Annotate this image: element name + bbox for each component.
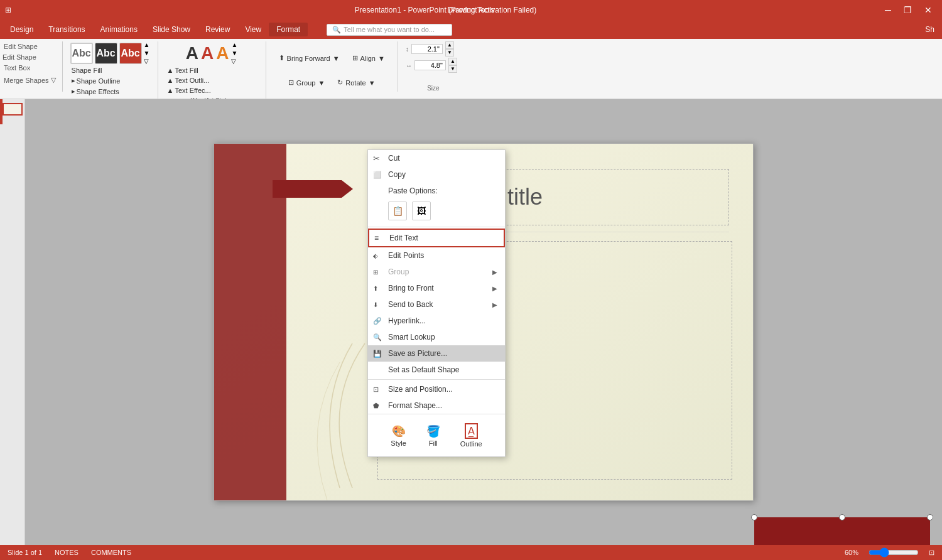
size-position-icon: ⊡: [373, 385, 379, 394]
restore-button[interactable]: ❐: [899, 4, 917, 16]
ctx-edit-points[interactable]: ⬖ Edit Points: [368, 247, 505, 264]
width-up[interactable]: ▲: [448, 58, 457, 65]
wordart-expand[interactable]: ▽: [231, 58, 237, 65]
ctx-bring-front[interactable]: ⬆ Bring to Front ▶: [368, 280, 505, 296]
fit-btn[interactable]: ⊡: [929, 549, 934, 557]
group-btn[interactable]: ⊡ Group ▼: [283, 76, 330, 89]
shape-fill-btn[interactable]: Shape Fill: [70, 66, 150, 75]
ctx-format-shape-label: Format Shape...: [388, 401, 442, 410]
height-down[interactable]: ▼: [445, 49, 454, 57]
width-input[interactable]: 4.8": [414, 60, 446, 70]
rotate-icon: ↻: [337, 78, 343, 87]
menu-view[interactable]: View: [237, 23, 269, 36]
notes-btn[interactable]: NOTES: [55, 549, 78, 556]
comments-btn[interactable]: COMMENTS: [91, 549, 131, 556]
size-label: Size: [427, 82, 439, 92]
tell-me-placeholder: Tell me what you want to do...: [344, 26, 435, 33]
menu-animations[interactable]: Animations: [93, 23, 145, 36]
bring-forward-btn[interactable]: ⬆ Bring Forward ▼: [274, 51, 345, 65]
close-button[interactable]: ✕: [919, 4, 937, 16]
shape-style-expand[interactable]: ▽: [144, 58, 150, 65]
shape-style-up[interactable]: ▲: [144, 41, 150, 48]
slide-red-rect[interactable]: [754, 517, 930, 545]
text-outline-btn[interactable]: ▲ Text Outli...: [166, 76, 258, 85]
ctx-sep-1: [368, 227, 505, 227]
ctx-style-btn[interactable]: 🎨 Style: [382, 421, 414, 451]
rotate-btn[interactable]: ↻ Rotate ▼: [332, 76, 380, 89]
slide-thumbnail-1[interactable]: [3, 103, 23, 116]
ctx-edit-points-label: Edit Points: [388, 251, 424, 260]
ctx-save-picture[interactable]: 💾 Save as Picture...: [368, 345, 505, 362]
status-bar: Slide 1 of 1 NOTES COMMENTS 60% ⊡: [0, 545, 942, 560]
ctx-hyperlink-label: Hyperlink...: [388, 316, 426, 325]
ctx-cut[interactable]: ✂ Cut: [368, 150, 505, 166]
wordart-a1[interactable]: A: [186, 43, 198, 63]
merge-shapes-btn[interactable]: Merge Shapes▽: [3, 75, 57, 85]
ctx-size-position-label: Size and Position...: [388, 385, 453, 394]
user-label[interactable]: Sh: [925, 25, 939, 34]
ctx-copy[interactable]: ⬜ Copy: [368, 166, 505, 183]
bring-front-icon: ⬆: [373, 285, 378, 292]
menu-slideshow[interactable]: Slide Show: [145, 23, 198, 36]
shape-style-1[interactable]: Abc: [70, 43, 93, 64]
handle-tr[interactable]: [927, 514, 933, 520]
width-down[interactable]: ▼: [448, 65, 457, 73]
ctx-send-back[interactable]: ⬇ Send to Back ▶: [368, 296, 505, 313]
ctx-set-default[interactable]: Set as Default Shape: [368, 362, 505, 378]
tell-me-bar[interactable]: 🔍 Tell me what you want to do...: [327, 24, 452, 36]
bring-forward-dropdown[interactable]: ▼: [333, 55, 340, 62]
slide-panel: [0, 99, 25, 545]
height-input[interactable]: 2.1": [411, 44, 443, 54]
ribbon-group-shape-styles: Abc Abc Abc ▲ ▼ ▽ Shape Fill ▸ Shape Out…: [70, 41, 158, 105]
slide-canvas-area[interactable]: Click to add title ■ Click to add text: [25, 99, 942, 545]
ctx-edit-text[interactable]: ≡ Edit Text: [368, 229, 505, 247]
menu-transitions[interactable]: Transitions: [41, 23, 92, 36]
menu-review[interactable]: Review: [198, 23, 237, 36]
ribbon-group-edit: Edit Shape Edit Shape Text Box Merge Sha…: [3, 41, 63, 92]
minimize-button[interactable]: ─: [880, 4, 896, 16]
text-effects-btn[interactable]: ▲ Text Effec...: [166, 86, 258, 95]
height-up[interactable]: ▲: [445, 41, 454, 49]
ctx-group[interactable]: ⊞ Group ▶: [368, 264, 505, 280]
zoom-slider[interactable]: [869, 547, 919, 557]
menu-design[interactable]: Design: [3, 23, 41, 36]
ctx-hyperlink[interactable]: 🔗 Hyperlink...: [368, 313, 505, 329]
text-fill-btn[interactable]: ▲ Text Fill: [166, 66, 258, 75]
text-box-btn[interactable]: Text Box: [3, 63, 57, 73]
context-menu: ✂ Cut ⬜ Copy Paste Options: 📋 🖼 ≡ Edit T…: [367, 149, 506, 457]
wordart-a2[interactable]: A: [201, 43, 214, 63]
group-submenu-arrow: ▶: [492, 269, 497, 276]
shape-style-3[interactable]: Abc: [119, 43, 142, 64]
wordart-scroll: ▲ ▼ ▽: [231, 41, 237, 65]
width-spinner: ▲ ▼: [448, 58, 457, 73]
wordart-up[interactable]: ▲: [231, 41, 237, 48]
style-icon: 🎨: [392, 424, 406, 438]
shape-effects-btn[interactable]: ▸ Shape Effects: [70, 87, 150, 96]
size-inputs: ↕ 2.1" ▲ ▼ ↔ 4.8" ▲ ▼: [406, 41, 461, 73]
wordart-styles-container: A A A: [186, 43, 229, 63]
wordart-down[interactable]: ▼: [231, 50, 237, 57]
edit-shape-btn[interactable]: Edit Shape: [3, 41, 57, 51]
save-picture-icon: 💾: [373, 350, 382, 358]
handle-tm[interactable]: [839, 514, 845, 520]
align-btn[interactable]: ⊞ Align ▼: [347, 51, 390, 65]
menu-format[interactable]: Format: [269, 23, 308, 36]
ctx-smart-lookup[interactable]: 🔍 Smart Lookup: [368, 329, 505, 345]
wordart-a3[interactable]: A: [216, 43, 229, 63]
slide-arrow: [273, 180, 353, 198]
shape-style-2[interactable]: Abc: [95, 43, 117, 64]
shape-style-down[interactable]: ▼: [144, 50, 150, 57]
ctx-style-label: Style: [391, 439, 406, 447]
ctx-outline-btn[interactable]: A̲ Outline: [452, 419, 491, 451]
height-row: ↕ 2.1" ▲ ▼: [406, 41, 461, 57]
paste-icon-2[interactable]: 🖼: [412, 202, 431, 220]
ctx-fill-btn[interactable]: 🪣 Fill: [418, 421, 449, 451]
ctx-size-position[interactable]: ⊡ Size and Position...: [368, 381, 505, 397]
window-controls[interactable]: ─ ❐ ✕: [880, 4, 937, 16]
drawing-tools-label: Drawing Tools: [447, 6, 494, 14]
handle-tl[interactable]: [751, 514, 757, 520]
ctx-format-shape[interactable]: ⬟ Format Shape...: [368, 397, 505, 414]
shape-outline-btn[interactable]: ▸ Shape Outline: [70, 76, 150, 85]
paste-icon-1[interactable]: 📋: [388, 202, 407, 220]
copy-icon: ⬜: [373, 171, 382, 179]
